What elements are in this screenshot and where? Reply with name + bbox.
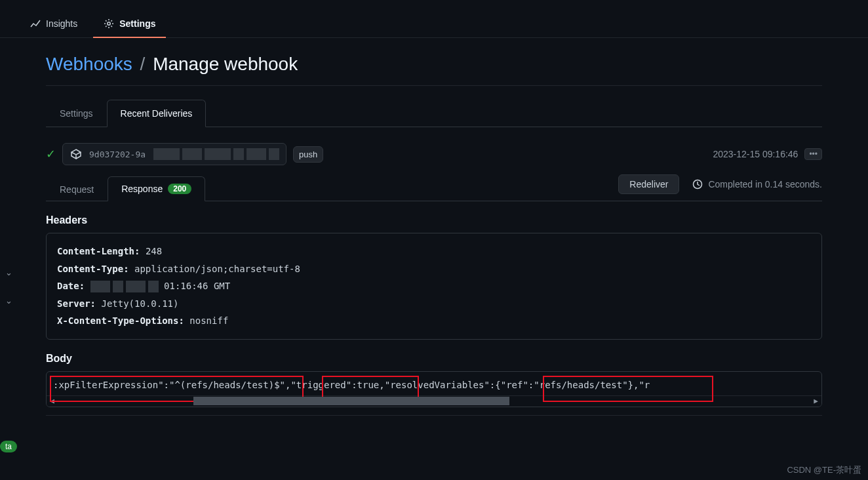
horizontal-scrollbar[interactable]: ◀ ▶ bbox=[47, 395, 821, 407]
completed-text: Completed in 0.14 seconds. bbox=[692, 179, 822, 190]
header-server-val: Jetty(10.0.11) bbox=[101, 298, 178, 309]
delivery-id: 9d037202-9a bbox=[89, 150, 146, 159]
redeliver-button[interactable]: Redeliver bbox=[618, 174, 679, 194]
svg-point-0 bbox=[108, 22, 110, 24]
clock-icon bbox=[692, 179, 703, 190]
delivery-sub-tabs: Request Response 200 Redeliver Completed… bbox=[46, 176, 822, 201]
cube-icon bbox=[69, 148, 83, 161]
watermark: CSDN @TE-茶叶蛋 bbox=[787, 464, 861, 476]
body-text: :xpFilterExpression":"^(refs/heads/test)… bbox=[47, 380, 821, 395]
tab-recent-deliveries[interactable]: Recent Deliveries bbox=[107, 100, 207, 127]
chevron-down-icon[interactable]: ⌄ bbox=[5, 296, 12, 306]
headers-title: Headers bbox=[46, 214, 822, 226]
header-date-val: 01:16:46 GMT bbox=[164, 281, 230, 291]
sub-tab-request[interactable]: Request bbox=[46, 177, 108, 201]
header-date-key: Date: bbox=[57, 281, 85, 291]
graph-icon bbox=[30, 18, 41, 29]
header-content-length-key: Content-Length: bbox=[57, 246, 140, 256]
sidebar-carets: ⌄ ⌄ bbox=[5, 268, 12, 306]
status-badge: 200 bbox=[168, 184, 191, 194]
header-server-key: Server: bbox=[57, 298, 96, 309]
delivery-row: ✓ 9d037202-9a push 2023-12-15 09:16:46 •… bbox=[46, 143, 822, 165]
webhook-tabs: Settings Recent Deliveries bbox=[46, 99, 822, 127]
breadcrumb-webhooks-link[interactable]: Webhooks bbox=[46, 54, 132, 74]
scroll-track[interactable] bbox=[58, 395, 810, 407]
scroll-thumb[interactable] bbox=[193, 397, 509, 405]
header-xcto-key: X-Content-Type-Options: bbox=[57, 315, 184, 326]
ellipsis-button[interactable]: ••• bbox=[804, 148, 822, 160]
header-content-type-val: application/json;charset=utf-8 bbox=[134, 264, 300, 274]
breadcrumb-current: Manage webhook bbox=[153, 54, 298, 74]
delivery-badge[interactable]: 9d037202-9a bbox=[62, 143, 286, 165]
bottom-divider bbox=[46, 415, 822, 416]
nav-settings-label: Settings bbox=[119, 18, 155, 29]
check-icon: ✓ bbox=[46, 147, 56, 161]
header-xcto-val: nosniff bbox=[189, 315, 228, 326]
headers-box: Content-Length: 248 Content-Type: applic… bbox=[46, 233, 822, 340]
sub-tab-response[interactable]: Response 200 bbox=[108, 176, 205, 201]
scroll-left-arrow[interactable]: ◀ bbox=[47, 395, 58, 407]
nav-settings[interactable]: Settings bbox=[93, 10, 166, 38]
beta-badge: ta bbox=[0, 441, 17, 452]
header-content-length-val: 248 bbox=[146, 246, 162, 256]
top-nav: Insights Settings bbox=[0, 0, 868, 38]
nav-insights[interactable]: Insights bbox=[20, 10, 88, 38]
nav-insights-label: Insights bbox=[46, 18, 77, 29]
header-content-type-key: Content-Type: bbox=[57, 264, 129, 274]
delivery-timestamp: 2023-12-15 09:16:46 bbox=[713, 149, 798, 159]
chevron-down-icon[interactable]: ⌄ bbox=[5, 268, 12, 277]
event-badge: push bbox=[293, 146, 323, 163]
redacted-date bbox=[90, 281, 159, 292]
breadcrumb-separator: / bbox=[140, 54, 146, 74]
body-box: :xpFilterExpression":"^(refs/heads/test)… bbox=[46, 371, 822, 407]
gear-icon bbox=[104, 18, 114, 29]
redacted-text bbox=[153, 148, 279, 160]
body-title: Body bbox=[46, 353, 822, 365]
scroll-right-arrow[interactable]: ▶ bbox=[810, 395, 821, 407]
breadcrumb: Webhooks / Manage webhook bbox=[46, 38, 822, 86]
tab-settings[interactable]: Settings bbox=[46, 100, 107, 127]
sub-tab-response-label: Response bbox=[121, 184, 163, 194]
